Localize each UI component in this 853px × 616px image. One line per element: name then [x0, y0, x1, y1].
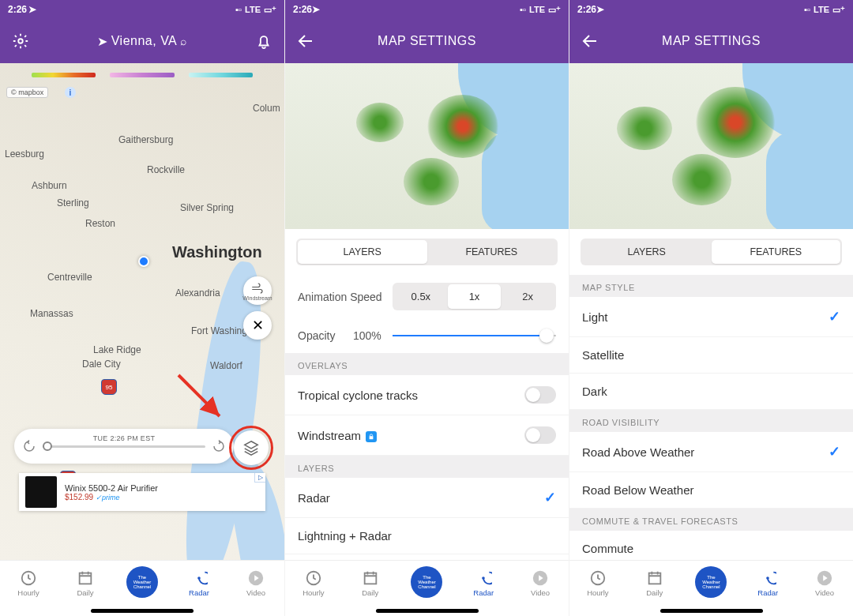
tab-home-logo[interactable]: TheWeatherChannel — [114, 561, 171, 606]
time-back-icon[interactable] — [22, 439, 36, 453]
tab-video[interactable]: Video — [796, 561, 853, 606]
ad-banner[interactable]: Winix 5500-2 Air Purifier $152.99 ✓prime… — [19, 473, 265, 511]
tab-layers[interactable]: LAYERS — [582, 240, 712, 264]
segment-control: LAYERS FEATURES — [581, 239, 842, 265]
row-radar[interactable]: Radar ✓ — [285, 478, 569, 518]
timeline-track[interactable]: TUE 2:26 PM EST — [43, 445, 205, 448]
row-label: Radar — [298, 491, 330, 505]
speed-0-5x[interactable]: 0.5x — [394, 284, 448, 309]
windstream-button[interactable]: Windstream — [243, 276, 272, 305]
radar-preview-map[interactable] — [569, 63, 853, 229]
tab-hourly[interactable]: Hourly — [0, 561, 57, 606]
row-lightning-radar[interactable]: Lightning + Radar — [285, 518, 569, 554]
location-text: Vienna, VA — [111, 34, 178, 48]
tab-bar-container: HourlyDailyTheWeatherChannelRadarVideo — [569, 560, 853, 616]
tab-layers[interactable]: LAYERS — [298, 240, 427, 264]
settings-scroll[interactable]: LAYERS FEATURES Animation Speed 0.5x 1x … — [285, 229, 569, 560]
opacity-label: Opacity — [298, 329, 353, 342]
tab-hourly[interactable]: Hourly — [285, 561, 342, 606]
tab-home-logo[interactable]: TheWeatherChannel — [399, 561, 456, 606]
layers-icon — [242, 439, 260, 456]
ad-price: $152.99 — [65, 493, 93, 501]
home-indicator[interactable] — [376, 609, 479, 613]
location-title[interactable]: ➤ Vienna, VA ⌕ — [38, 34, 246, 49]
tab-label: Video — [815, 588, 834, 597]
section-commute-header: COMMUTE & TRAVEL FORECASTS — [569, 509, 853, 531]
tab-features[interactable]: FEATURES — [712, 240, 841, 264]
tab-daily[interactable]: Daily — [626, 561, 683, 606]
settings-scroll[interactable]: LAYERS FEATURES MAP STYLE Light ✓ Satell… — [569, 229, 853, 560]
settings-gear-icon[interactable] — [9, 30, 32, 52]
city-label: Silver Spring — [180, 202, 234, 213]
back-arrow-icon — [581, 32, 599, 51]
speed-1x[interactable]: 1x — [448, 284, 502, 309]
tab-radar[interactable]: Radar — [171, 561, 227, 606]
row-road-above[interactable]: Road Above Weather ✓ — [569, 432, 853, 472]
row-radar-clouds[interactable]: Radar / Clouds — [285, 554, 569, 560]
toggle-switch[interactable] — [524, 426, 556, 444]
row-label: Dark — [582, 385, 607, 398]
tab-bar: HourlyDailyTheWeatherChannelRadarVideo — [0, 560, 284, 606]
row-light[interactable]: Light ✓ — [569, 297, 853, 337]
nav-bar: MAP SETTINGS — [285, 19, 569, 63]
info-icon[interactable]: i — [65, 87, 76, 98]
ad-image — [25, 476, 57, 508]
signal-icon: ▪▫ — [520, 5, 526, 14]
radar-icon — [759, 569, 776, 587]
radar-preview-map[interactable] — [285, 63, 569, 229]
tab-radar[interactable]: Radar — [455, 561, 512, 606]
close-button[interactable]: ✕ — [243, 311, 272, 340]
timeline-scrubber[interactable]: TUE 2:26 PM EST — [14, 429, 234, 464]
back-button[interactable] — [579, 30, 601, 52]
ad-choices-icon[interactable]: ▷ — [254, 473, 265, 483]
tab-hourly[interactable]: Hourly — [569, 561, 626, 606]
row-windstream[interactable]: Windstream — [285, 415, 569, 456]
row-dark[interactable]: Dark — [569, 374, 853, 410]
city-label: Lake Ridge — [93, 344, 141, 355]
legend-rain — [32, 73, 96, 77]
tab-home-logo[interactable]: TheWeatherChannel — [683, 561, 740, 606]
tab-daily[interactable]: Daily — [342, 561, 399, 606]
tab-radar[interactable]: Radar — [739, 561, 796, 606]
location-arrow-icon: ➤ — [596, 4, 604, 15]
notifications-bell-icon[interactable] — [253, 30, 275, 52]
tab-video[interactable]: Video — [227, 561, 284, 606]
tab-label: Radar — [757, 588, 778, 597]
tab-features[interactable]: FEATURES — [427, 240, 557, 264]
tab-label: Daily — [77, 588, 93, 597]
nav-bar: MAP SETTINGS — [569, 19, 853, 63]
weather-channel-logo: TheWeatherChannel — [695, 566, 727, 598]
timeline-handle[interactable] — [43, 441, 52, 451]
row-tropical-cyclone[interactable]: Tropical cyclone tracks — [285, 375, 569, 415]
back-button[interactable] — [295, 30, 317, 52]
svg-rect-12 — [648, 573, 660, 584]
highway-shield-icon: 95 — [101, 379, 117, 395]
status-indicators: ▪▫LTE▭⁺ — [804, 5, 845, 15]
map-canvas[interactable]: © mapbox i ColumGaithersburgLeesburgRock… — [0, 63, 284, 560]
network-label: LTE — [814, 5, 829, 14]
home-indicator[interactable] — [660, 609, 763, 613]
opacity-row: Opacity 100% — [285, 318, 569, 353]
radar-echo — [356, 103, 404, 142]
home-indicator[interactable] — [91, 609, 194, 613]
time-forward-icon[interactable] — [212, 439, 226, 453]
weather-channel-logo: TheWeatherChannel — [126, 566, 158, 598]
svg-point-0 — [18, 39, 23, 43]
layers-button[interactable] — [234, 430, 269, 465]
section-layers-header: LAYERS — [285, 456, 569, 478]
row-label: Lightning + Radar — [298, 529, 392, 543]
toggle-switch[interactable] — [524, 386, 556, 404]
row-commute[interactable]: Commute — [569, 531, 853, 560]
speed-2x[interactable]: 2x — [501, 284, 554, 309]
status-bar: 2:26➤ ▪▫LTE▭⁺ — [285, 0, 569, 19]
slider-thumb[interactable] — [539, 329, 554, 343]
tab-video[interactable]: Video — [512, 561, 569, 606]
radar-echo — [427, 95, 498, 158]
map-water — [482, 130, 569, 229]
opacity-slider[interactable] — [393, 326, 556, 345]
svg-point-13 — [766, 577, 769, 580]
radar-echo — [617, 107, 672, 150]
row-satellite[interactable]: Satellite — [569, 337, 853, 374]
row-road-below[interactable]: Road Below Weather — [569, 472, 853, 509]
tab-daily[interactable]: Daily — [57, 561, 114, 606]
